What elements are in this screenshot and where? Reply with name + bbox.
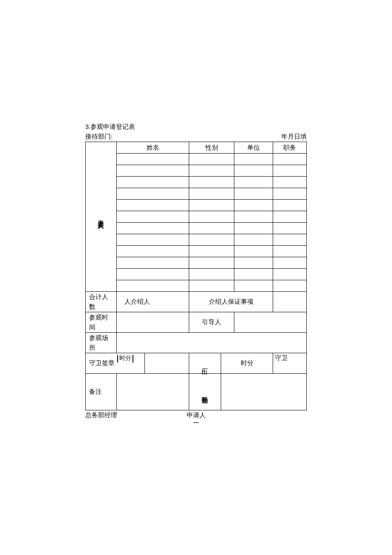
col-unit: 单位 xyxy=(234,142,273,154)
guard-blank1 xyxy=(145,353,189,374)
guard-time-cell: 时分 xyxy=(116,353,145,374)
visitor-row xyxy=(86,165,307,177)
visitor-row xyxy=(86,188,307,200)
guard-sign-label: 守卫签章 xyxy=(86,353,117,374)
heading-title: 参观申请登记表 xyxy=(90,123,135,130)
header-row: 接待部门: 年月日填 xyxy=(85,133,307,141)
guide-value xyxy=(234,312,307,333)
guard-sign-row: 守卫签章 时分 出厂 时分 守卫 xyxy=(86,353,307,374)
badge-code-value xyxy=(221,374,307,410)
time-hm2: 时分 xyxy=(221,353,273,374)
total-label: 合计人数 xyxy=(86,292,117,312)
footer-applicant: 申请人 xyxy=(187,411,307,419)
visitor-row xyxy=(86,154,307,165)
header-date-label: 年月日填 xyxy=(281,133,307,141)
form-heading: 3.参观申请登记表 xyxy=(85,123,307,131)
guard-label: 守卫 xyxy=(273,353,307,374)
registration-table: 主要参观人 姓名 性别 单位 职务 合计人数 人介绍人 介绍人保证事项 参观时间 xyxy=(85,142,307,410)
badge-code-label: 胸章弓码 xyxy=(189,374,221,410)
remarks-label: 备注 xyxy=(86,374,117,410)
visitor-row xyxy=(86,269,307,280)
footer-dash: 一 xyxy=(85,419,307,427)
visit-place-label: 参观场所 xyxy=(86,333,117,353)
exit-factory-label: 出厂 xyxy=(189,353,221,374)
col-gender: 性别 xyxy=(189,142,234,154)
total-blank xyxy=(273,292,307,312)
visitor-row xyxy=(86,257,307,269)
side-label: 主要参观人 xyxy=(97,215,105,219)
visitor-row xyxy=(86,234,307,246)
visit-place-row: 参观场所 xyxy=(86,333,307,353)
remarks-row: 备注 胸章弓码 xyxy=(86,374,307,410)
side-label-cell: 主要参观人 xyxy=(86,142,117,292)
header-department-label: 接待部门: xyxy=(85,133,112,141)
visit-time-value xyxy=(116,312,189,333)
col-name: 姓名 xyxy=(116,142,189,154)
remarks-value xyxy=(116,374,189,410)
visit-place-value xyxy=(116,333,306,353)
guide-label: 引导人 xyxy=(189,312,234,333)
total-guarantee: 介绍人保证事项 xyxy=(189,292,273,312)
total-introducer: 人介绍人 xyxy=(116,292,189,312)
visitor-row xyxy=(86,211,307,223)
footer-row: 总务部经理 申请人 xyxy=(85,411,307,419)
visitor-row xyxy=(86,280,307,292)
visitor-row xyxy=(86,223,307,234)
visit-time-row: 参观时间 引导人 xyxy=(86,312,307,333)
visit-time-label: 参观时间 xyxy=(86,312,117,333)
time-hm-bracket: 时分 xyxy=(117,355,133,363)
col-position: 职务 xyxy=(273,142,307,154)
visitor-row xyxy=(86,200,307,211)
visitor-row xyxy=(86,246,307,257)
table-header-row: 主要参观人 姓名 性别 单位 职务 xyxy=(86,142,307,154)
total-row: 合计人数 人介绍人 介绍人保证事项 xyxy=(86,292,307,312)
visitor-row xyxy=(86,177,307,188)
footer-manager: 总务部经理 xyxy=(85,411,187,419)
